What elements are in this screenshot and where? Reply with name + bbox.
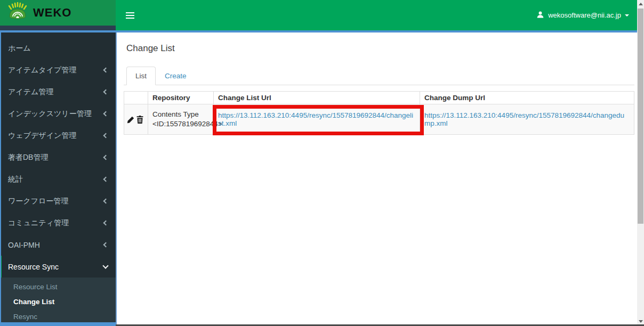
- weko-logo-icon: [7, 2, 28, 23]
- bottom-edge-blue: [0, 322, 116, 326]
- sidebar-item-label: Resource Sync: [8, 263, 59, 271]
- sidebar-item-statistics[interactable]: 統計: [0, 168, 116, 190]
- sidebar-item-item-management[interactable]: アイテム管理: [0, 81, 116, 103]
- chevron-down-icon: [102, 263, 108, 268]
- chevron-left-icon: [103, 155, 109, 160]
- user-menu[interactable]: wekosoftware@nii.ac.jp: [536, 11, 629, 20]
- column-header-repository: Repository: [148, 92, 214, 104]
- row-actions-cell: [124, 104, 148, 135]
- brand-logo[interactable]: WEKO: [0, 0, 116, 26]
- sidebar-item-label: ホーム: [8, 44, 31, 53]
- sidebar-item-label: ウェブデザイン管理: [8, 131, 76, 141]
- table-header-row: Repository Change List Url Change Dump U…: [124, 92, 634, 104]
- change-list-url-link[interactable]: https://13.112.163.210:4495/resync/15578…: [218, 111, 413, 127]
- sidebar-item-label: ワークフロー管理: [8, 197, 68, 206]
- sidebar-item-home[interactable]: ホーム: [0, 37, 116, 59]
- scrollbar-thumb[interactable]: [638, 9, 643, 224]
- user-icon: [536, 11, 544, 20]
- sidebar-item-community-management[interactable]: コミュニティ管理: [0, 212, 116, 234]
- sidebar-item-label: OAI-PMH: [8, 241, 40, 249]
- chevron-left-icon: [103, 199, 109, 204]
- caret-down-icon: [625, 14, 629, 17]
- window-left-edge: [0, 32, 1, 326]
- navbar: wekosoftware@nii.ac.jp: [116, 0, 637, 30]
- chevron-left-icon: [103, 68, 109, 73]
- sidebar: ホーム アイテムタイプ管理 アイテム管理 インデックスツリー管理 ウェブデザイン…: [0, 32, 116, 326]
- sidebar-menu: ホーム アイテムタイプ管理 アイテム管理 インデックスツリー管理 ウェブデザイン…: [0, 32, 116, 278]
- page-title: Change List: [126, 43, 637, 54]
- repository-id: <ID:1557819692844>: [152, 119, 209, 129]
- brand-name: WEKO: [33, 6, 71, 20]
- scroll-up-icon: [639, 3, 643, 5]
- change-dump-url-cell: https://13.112.163.210:4495/resync/15578…: [420, 104, 634, 135]
- table-row: Contents Type <ID:1557819692844> https:/…: [124, 104, 634, 135]
- submenu-item-resource-list[interactable]: Resource List: [0, 280, 116, 295]
- sidebar-toggle-button[interactable]: [124, 9, 136, 22]
- header-divider: [0, 30, 637, 32]
- delete-icon[interactable]: [136, 115, 143, 123]
- sidebar-item-label: コミュニティ管理: [8, 218, 69, 228]
- chevron-left-icon: [103, 177, 109, 182]
- sidebar-item-web-design-management[interactable]: ウェブデザイン管理: [0, 125, 116, 146]
- change-list-table: Repository Change List Url Change Dump U…: [124, 91, 634, 135]
- change-list-table-wrap: Repository Change List Url Change Dump U…: [124, 91, 634, 135]
- sidebar-item-label: アイテム管理: [8, 87, 53, 97]
- sidebar-item-label: 著者DB管理: [8, 153, 48, 162]
- submenu-item-change-list[interactable]: Change List: [0, 295, 116, 309]
- sidebar-item-oai-pmh[interactable]: OAI-PMH: [0, 234, 116, 256]
- change-list-url-cell: https://13.112.163.210:4495/resync/15578…: [214, 104, 420, 135]
- scroll-down-icon: [639, 320, 643, 323]
- tab-list[interactable]: List: [126, 67, 156, 85]
- top-bar: WEKO wekosoftware@nii.ac.jp: [0, 0, 637, 30]
- column-header-change-list-url: Change List Url: [214, 92, 420, 104]
- edit-icon[interactable]: [127, 115, 136, 123]
- chevron-left-icon: [103, 89, 109, 95]
- sidebar-item-index-tree-management[interactable]: インデックスツリー管理: [0, 103, 116, 125]
- repository-name: Contents Type: [152, 110, 209, 119]
- sidebar-item-workflow-management[interactable]: ワークフロー管理: [0, 190, 116, 212]
- tab-create[interactable]: Create: [156, 67, 196, 85]
- chevron-left-icon: [103, 133, 109, 138]
- chevron-left-icon: [103, 242, 109, 248]
- sidebar-item-label: 統計: [8, 175, 23, 184]
- chevron-left-icon: [103, 221, 109, 226]
- scroll-up-button[interactable]: [637, 0, 644, 8]
- main-content: Change List List Create Repository Chang…: [116, 32, 637, 324]
- change-dump-url-link[interactable]: https://13.112.163.210:4495/resync/15578…: [424, 111, 624, 127]
- column-header-change-dump-url: Change Dump Url: [420, 92, 634, 104]
- repository-cell: Contents Type <ID:1557819692844>: [148, 104, 214, 135]
- sidebar-item-resource-sync[interactable]: Resource Sync: [0, 256, 116, 278]
- sidebar-item-item-type-management[interactable]: アイテムタイプ管理: [0, 59, 116, 81]
- sidebar-item-label: インデックスツリー管理: [8, 109, 92, 119]
- sidebar-item-label: アイテムタイプ管理: [8, 66, 76, 75]
- resource-sync-submenu: Resource List Change List Resync: [0, 278, 116, 326]
- column-header-actions: [124, 92, 148, 104]
- logo-area: WEKO: [0, 0, 116, 30]
- vertical-scrollbar[interactable]: [637, 0, 644, 326]
- sidebar-item-author-db-management[interactable]: 著者DB管理: [0, 146, 116, 168]
- tab-bar: List Create: [124, 67, 634, 85]
- user-email: wekosoftware@nii.ac.jp: [548, 11, 621, 19]
- chevron-left-icon: [103, 111, 109, 117]
